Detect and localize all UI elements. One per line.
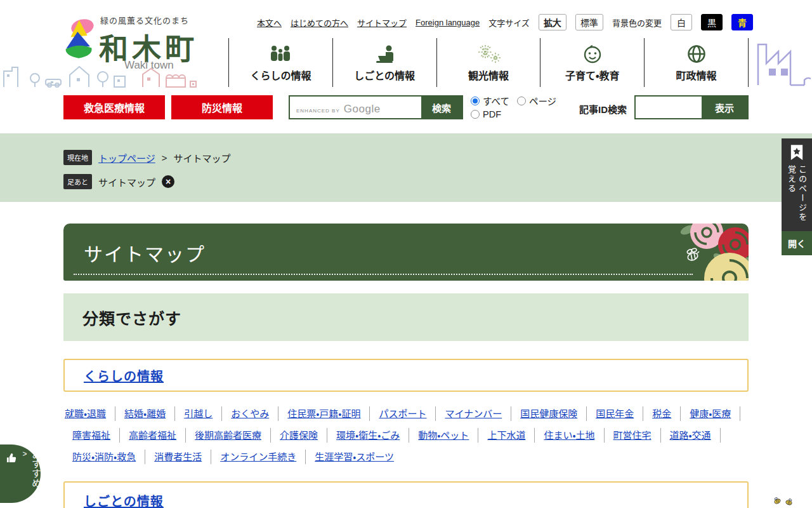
footprints-badge: 足あと (63, 174, 92, 189)
bookmark-star-icon (790, 145, 804, 161)
recommend-tab-label: おすすめ > (19, 450, 41, 503)
small-bee-icon (773, 496, 782, 505)
worker-laptop-icon (373, 43, 396, 64)
first-time-link[interactable]: はじめての方へ (291, 17, 348, 29)
footprints-item: サイトマップ (98, 175, 155, 189)
search-button[interactable]: 検索 (421, 97, 462, 118)
nav-tourism-info[interactable]: 観光情報 (436, 38, 540, 87)
article-id-show-button[interactable]: 表示 (702, 97, 747, 118)
category-link[interactable]: 道路・交通 (661, 428, 721, 443)
bee-icon (686, 248, 699, 262)
scope-label: ページ (529, 94, 556, 107)
bg-black-button[interactable]: 黒 (701, 14, 723, 30)
category-living-link[interactable]: くらしの情報 (84, 366, 164, 385)
page-title-banner: サイトマップ (63, 224, 749, 281)
footprints-row: 足あと サイトマップ × (63, 174, 174, 189)
nav-label: 町政情報 (676, 67, 717, 83)
recommend-arrow: > (20, 450, 29, 458)
nav-label: 観光情報 (468, 67, 509, 83)
emergency-medical-button[interactable]: 救急医療情報 (63, 95, 165, 119)
category-link[interactable]: おくやみ (222, 406, 278, 421)
radio-icon (517, 97, 526, 105)
font-size-large-button[interactable]: 拡大 (539, 14, 566, 30)
category-link[interactable]: マイナンバー (436, 406, 511, 421)
current-location-badge: 現在地 (63, 150, 92, 165)
font-size-label: 文字サイズ (488, 17, 530, 29)
category-link[interactable]: 環境・衛生・ごみ (327, 428, 409, 443)
town-logo-icon[interactable] (62, 18, 95, 61)
category-link[interactable]: 後期高齢者医療 (186, 428, 271, 443)
article-id-input[interactable] (636, 97, 702, 118)
nav-living-info[interactable]: くらしの情報 (228, 38, 332, 87)
utility-bar: 本文へ はじめての方へ サイトマップ Foreign language 文字サイ… (257, 14, 758, 30)
section-title: 分類でさがす (82, 306, 181, 329)
scope-page-radio[interactable]: ページ (517, 94, 556, 107)
global-nav: くらしの情報 しごとの情報 (228, 38, 749, 87)
category-link[interactable]: 住まい・土地 (535, 428, 604, 443)
nav-label: 子育て・教育 (565, 67, 619, 83)
nav-work-info[interactable]: しごとの情報 (332, 38, 436, 87)
skip-to-content-link[interactable]: 本文へ (257, 17, 282, 29)
article-id-search-box: 表示 (634, 95, 749, 119)
breadcrumb-home-link[interactable]: トップページ (98, 151, 155, 164)
site-header: 緑の風薫る文化のまち 和木町 Waki town 本文へ はじめ (0, 0, 812, 133)
category-link[interactable]: パスポート (370, 406, 436, 421)
category-link[interactable]: 高齢者福祉 (120, 428, 186, 443)
bookmark-open-button[interactable]: 開く (782, 231, 812, 255)
category-link[interactable]: 介護保険 (271, 428, 327, 443)
category-link[interactable]: 国民健康保険 (511, 406, 587, 421)
breadcrumb-band: 現在地 トップページ > サイトマップ 足あと サイトマップ × (0, 133, 812, 202)
category-box-living: くらしの情報 (63, 359, 749, 392)
category-link[interactable]: 障害福祉 (63, 428, 120, 443)
category-links-list: 就職・退職 結婚・離婚 引越し おくやみ 住民票・戸籍・証明 パスポート マイナ… (63, 406, 752, 471)
small-bee-icon (784, 497, 794, 507)
category-box-work: しごとの情報 (63, 481, 749, 508)
nav-label: しごとの情報 (354, 67, 415, 83)
radio-checked-icon (471, 97, 480, 105)
child-face-icon (582, 43, 603, 64)
banner-dotted-rule (74, 274, 693, 275)
disaster-prevention-button[interactable]: 防災情報 (171, 95, 273, 119)
category-link[interactable]: 引越し (175, 406, 222, 421)
category-link[interactable]: 住民票・戸籍・証明 (278, 406, 370, 421)
fireworks-icon (476, 43, 501, 64)
bg-color-label: 背景色の変更 (612, 17, 662, 29)
scope-all-radio[interactable]: すべて (471, 94, 509, 107)
close-icon[interactable]: × (162, 175, 174, 188)
nav-childcare-education[interactable]: 子育て・教育 (540, 38, 644, 87)
category-link[interactable]: オンライン手続き (211, 450, 306, 464)
bookmark-page-tab[interactable]: このページを覚える 開く (782, 138, 812, 255)
category-work-link[interactable]: しごとの情報 (84, 491, 164, 508)
page-title: サイトマップ (84, 239, 206, 267)
bg-blue-button[interactable]: 青 (731, 14, 753, 30)
category-link[interactable]: 生涯学習・スポーツ (306, 450, 403, 464)
bg-white-button[interactable]: 白 (671, 14, 692, 30)
globe-icon (686, 43, 707, 64)
scope-pdf-radio[interactable]: PDF (471, 109, 501, 119)
foreign-language-link[interactable]: Foreign language (416, 18, 480, 27)
sitemap-link[interactable]: サイトマップ (357, 17, 407, 29)
scope-label: すべて (483, 94, 509, 107)
scope-label: PDF (483, 109, 501, 119)
category-link[interactable]: 町営住宅 (605, 428, 661, 443)
font-size-standard-button[interactable]: 標準 (575, 14, 603, 30)
category-link[interactable]: 防災・消防・救急 (63, 450, 145, 464)
recommend-tab[interactable]: おすすめ > (0, 444, 41, 503)
site-search-box: ENHANCED BY Google 検索 (289, 95, 463, 119)
category-link[interactable]: 上下水道 (478, 428, 535, 443)
category-link[interactable]: 就職・退職 (63, 406, 115, 421)
nav-town-government[interactable]: 町政情報 (644, 38, 749, 87)
search-input[interactable] (290, 97, 421, 118)
radio-icon (471, 110, 480, 119)
category-link[interactable]: 動物・ペット (409, 428, 478, 443)
category-link[interactable]: 消費者生活 (145, 450, 211, 464)
search-scope-group: すべて ページ PDF (471, 94, 556, 121)
category-link[interactable]: 結婚・離婚 (115, 406, 175, 421)
roses-decoration (660, 224, 749, 281)
site-tagline: 緑の風薫る文化のまち (100, 14, 189, 26)
category-link[interactable]: 国民年金 (587, 406, 643, 421)
category-link[interactable]: 健康・医療 (681, 406, 740, 421)
bookmark-tab-label: このページを覚える (786, 165, 808, 225)
category-link[interactable]: 税金 (643, 406, 681, 421)
breadcrumb: 現在地 トップページ > サイトマップ (63, 150, 230, 165)
